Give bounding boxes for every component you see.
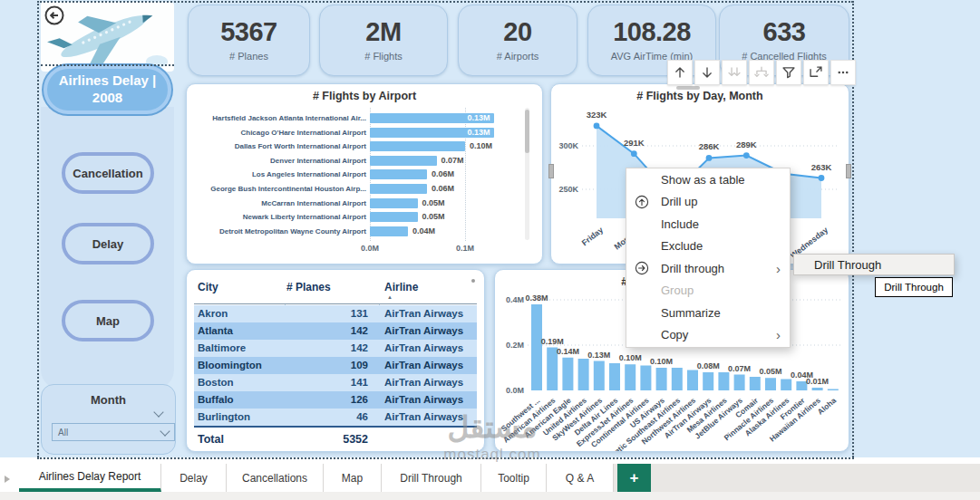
kpi-planes-label: # Planes (229, 51, 268, 62)
month-slicer-value: All (58, 428, 68, 438)
data-point[interactable] (594, 123, 600, 130)
table-row[interactable]: Buffalo126AirTran Airways (194, 391, 477, 409)
bar[interactable] (672, 368, 683, 390)
column-header-city[interactable]: City (198, 281, 218, 293)
bar[interactable] (370, 169, 427, 179)
delay-button[interactable]: Delay (62, 223, 154, 264)
bar[interactable] (609, 363, 620, 390)
new-page-button[interactable]: + (617, 464, 651, 492)
table-row[interactable]: Boston141AirTran Airways (194, 374, 477, 391)
city-planes-table[interactable]: City# PlanesAirline▲Akron131AirTran Airw… (186, 269, 485, 452)
cell-city: Buffalo (198, 391, 234, 409)
table-row[interactable]: Baltimore142AirTran Airways (194, 340, 477, 357)
focus-mode-button[interactable] (803, 60, 829, 85)
cell-airline: AirTran Airways (384, 391, 463, 409)
drill-up-button[interactable] (667, 60, 693, 85)
tab-drill-through[interactable]: Drill Through (382, 464, 481, 492)
menu-item-include[interactable]: Include (626, 213, 790, 236)
go-to-next-level-button[interactable] (722, 60, 747, 85)
data-point[interactable] (631, 150, 637, 157)
tab-map[interactable]: Map (324, 464, 382, 492)
bar-value-label: 0.06M (432, 169, 454, 179)
back-arrow-icon[interactable] (44, 5, 64, 25)
month-slicer[interactable]: Month All (41, 384, 176, 455)
bar[interactable] (734, 375, 745, 391)
bar-value-label: 0.13M (458, 113, 490, 123)
bar[interactable] (594, 361, 605, 391)
data-point[interactable] (819, 175, 825, 181)
bar-category-label: Chicago O'Hare International Airport (189, 128, 366, 138)
bar[interactable] (562, 358, 573, 390)
expand-all-button[interactable] (749, 60, 774, 85)
page-tabbar: Airlines Delay ReportDelayCancellationsM… (0, 464, 980, 492)
bar[interactable] (625, 364, 636, 390)
scrollbar-thumb[interactable] (525, 110, 529, 153)
tab-q-&-a[interactable]: Q & A (547, 464, 614, 492)
more-options-button[interactable] (830, 60, 856, 85)
table-row[interactable]: Burlington46AirTran Airways (194, 409, 477, 426)
bar[interactable] (531, 304, 542, 390)
bar[interactable] (370, 212, 418, 222)
menu-item-drill-through[interactable]: Drill through› (626, 257, 790, 280)
tab-cancellations[interactable]: Cancellations (227, 464, 324, 492)
x-axis-tick: 0.1M (452, 244, 478, 253)
data-point[interactable] (706, 155, 713, 161)
menu-item-label: Copy (661, 328, 688, 341)
scroll-dot[interactable] (471, 279, 475, 283)
tab-airlines-delay-report[interactable]: Airlines Delay Report (19, 464, 161, 492)
bar[interactable] (703, 372, 713, 390)
kpi-flights[interactable]: 2M # Flights (319, 5, 448, 76)
column-header-planes[interactable]: # Planes (286, 281, 331, 293)
tab-tooltip[interactable]: Tooltip (481, 464, 547, 492)
data-point[interactable] (743, 152, 750, 159)
chevron-down-icon[interactable] (153, 407, 163, 417)
column-header-airline[interactable]: Airline (384, 281, 418, 293)
map-button[interactable]: Map (62, 300, 154, 341)
page-nav-arrow-icon[interactable] (5, 476, 10, 483)
drill-through-submenu-item[interactable]: Drill Through (793, 254, 955, 275)
point-label: 289K (736, 139, 757, 149)
menu-item-show-as-a-table[interactable]: Show as a table (626, 168, 790, 191)
bar-value-label: 0.10M (650, 357, 673, 366)
bar[interactable] (812, 388, 823, 390)
month-slicer-dropdown[interactable]: All (52, 423, 175, 441)
cell-planes: 131 (285, 305, 368, 322)
tab-delay[interactable]: Delay (161, 464, 227, 492)
report-title-pill[interactable]: Airlines Delay | 2008 (44, 65, 171, 114)
kpi-planes[interactable]: 5367 # Planes (188, 5, 310, 76)
cancellation-button[interactable]: Cancellation (62, 152, 154, 194)
bar[interactable] (656, 368, 667, 390)
bar[interactable] (640, 366, 651, 391)
bar[interactable] (370, 226, 408, 236)
bar[interactable] (370, 184, 427, 194)
bar[interactable] (370, 141, 465, 151)
filter-button[interactable] (776, 60, 801, 85)
menu-item-copy[interactable]: Copy› (626, 324, 790, 347)
total-label: Total (198, 433, 224, 446)
bar[interactable] (370, 198, 418, 208)
tooltip-label: Drill Through (884, 282, 944, 293)
table-row[interactable]: Akron131AirTran Airways (194, 305, 477, 322)
menu-item-drill-up[interactable]: Drill up (626, 191, 790, 214)
bar[interactable] (828, 389, 839, 391)
menu-item-summarize[interactable]: Summarize (626, 302, 790, 324)
point-label: 323K (587, 110, 607, 120)
bar[interactable] (781, 380, 791, 391)
bar[interactable] (718, 372, 729, 390)
bar[interactable] (578, 359, 589, 390)
table-row[interactable]: Atlanta142AirTran Airways (194, 322, 477, 340)
menu-item-label: Drill up (661, 195, 697, 208)
flights-by-airport-chart[interactable]: # Flights by Airport Hartsfield Jackson … (186, 83, 543, 264)
bar[interactable] (687, 370, 698, 391)
kpi-airports[interactable]: 20 # Airports (458, 5, 577, 76)
y-axis-tick: 0.0M (506, 386, 524, 395)
bar[interactable] (765, 378, 776, 390)
cell-city: Atlanta (198, 322, 233, 340)
menu-item-exclude[interactable]: Exclude (626, 236, 790, 258)
bar[interactable] (370, 156, 437, 166)
drill-down-button[interactable] (694, 60, 720, 85)
table-row[interactable]: Bloomington109AirTran Airways (194, 357, 477, 374)
visual-header-toolbar (667, 60, 856, 85)
airplane-image[interactable] (41, 2, 174, 72)
bar[interactable] (750, 377, 761, 390)
